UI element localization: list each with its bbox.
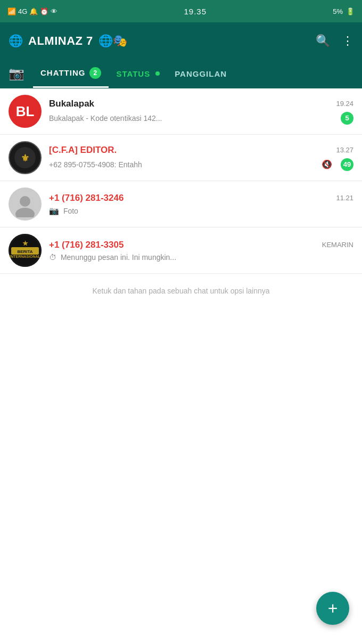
chat-content-phone1: +1 (716) 281-3246 11.21 📷 Foto (49, 193, 353, 216)
tab-panggilan-label: PANGGILAN (175, 69, 227, 78)
chat-content-phone2: +1 (716) 281-3305 KEMARIN ⏱ Menunggu pes… (49, 240, 353, 262)
chat-name-phone1: +1 (716) 281-3246 (49, 193, 124, 203)
waiting-preview-icon: ⏱ (49, 253, 56, 262)
mute-icon-cfa: 🔇 (322, 159, 332, 169)
camera-tab-icon[interactable]: 📷 (9, 66, 24, 81)
chat-preview-text-phone1: Foto (63, 207, 78, 215)
chat-list: BL Bukalapak 19.24 Bukalapak - Kode oten… (0, 88, 362, 274)
menu-button[interactable]: ⋮ (342, 34, 353, 48)
unread-badge-bukalapak: 5 (341, 112, 353, 125)
svg-text:BERITA: BERITA (17, 249, 32, 254)
avatar-phone2-image: BERITA INTERNASIONAL ★ (9, 234, 42, 267)
search-button[interactable]: 🔍 (316, 34, 330, 48)
chat-time-cfa: 13.27 (336, 146, 353, 154)
chat-name-cfa: [C.F.A] EDITOR. (49, 145, 117, 156)
avatar-initials-bukalapak: BL (16, 103, 35, 120)
svg-text:INTERNASIONAL: INTERNASIONAL (10, 255, 40, 258)
status-bar-left: 📶 4G 🔔 ⏰ 👁 (7, 7, 57, 15)
chat-time-bukalapak: 19.24 (336, 100, 353, 108)
status-bar: 📶 4G 🔔 ⏰ 👁 19.35 5% 🔋 (0, 0, 362, 22)
svg-text:★: ★ (22, 240, 28, 247)
chat-item-cfa[interactable]: ⚜ [C.F.A] EDITOR. 13.27 +62 895-0755-490… (0, 135, 362, 181)
svg-text:⚜: ⚜ (21, 153, 29, 164)
app-header: 🌐 ALMINAZ 7 🌐🎭 🔍 ⋮ (0, 22, 362, 60)
chat-name-bukalapak: Bukalapak (49, 99, 94, 109)
eye-icon: 👁 (51, 7, 57, 15)
cfa-preview-right: 🔇 49 (322, 158, 353, 171)
status-dot (155, 71, 160, 76)
tab-status-label: STATUS (116, 69, 150, 78)
deco-left: 🌐 (9, 34, 23, 48)
chat-preview-cfa: +62 895-0755-4908: Entahh (49, 160, 318, 169)
new-chat-fab[interactable]: + (316, 592, 349, 625)
chat-preview-row-phone2: ⏱ Menunggu pesan ini. Ini mungkin... (49, 253, 353, 262)
search-icon: 🔍 (316, 34, 330, 47)
chat-preview-phone2: ⏱ Menunggu pesan ini. Ini mungkin... (49, 253, 353, 262)
chat-header-bukalapak: Bukalapak 19.24 (49, 99, 353, 109)
chat-time-phone1: 11.21 (336, 194, 353, 202)
network-type: 4G (18, 7, 27, 15)
tab-chatting[interactable]: CHATTING 2 (33, 59, 109, 88)
tab-status[interactable]: STATUS (109, 59, 167, 88)
battery-icon: 🔋 (346, 7, 355, 15)
svg-point-4 (20, 196, 30, 207)
tab-chatting-label: CHATTING (40, 68, 85, 77)
avatar-phone1-image (12, 191, 38, 217)
tab-bar: 📷 CHATTING 2 STATUS PANGGILAN (0, 60, 362, 88)
chat-header-cfa: [C.F.A] EDITOR. 13.27 (49, 145, 353, 156)
fab-plus-icon: + (328, 599, 338, 618)
status-bar-time: 19.35 (184, 7, 207, 16)
header-actions: 🔍 ⋮ (316, 34, 353, 48)
chat-content-cfa: [C.F.A] EDITOR. 13.27 +62 895-0755-4908:… (49, 145, 353, 171)
chat-header-phone2: +1 (716) 281-3305 KEMARIN (49, 240, 353, 250)
camera-preview-icon: 📷 (49, 206, 59, 215)
chat-item-phone1[interactable]: +1 (716) 281-3246 11.21 📷 Foto (0, 181, 362, 227)
chat-preview-row-bukalapak: Bukalapak - Kode otentikasi 142... 5 (49, 112, 353, 125)
hint-text: Ketuk dan tahan pada sebuah chat untuk o… (0, 274, 362, 308)
deco-right: 🌐🎭 (98, 34, 127, 48)
chat-item-bukalapak[interactable]: BL Bukalapak 19.24 Bukalapak - Kode oten… (0, 88, 362, 135)
chat-preview-text-phone2: Menunggu pesan ini. Ini mungkin... (61, 253, 176, 262)
battery-text: 5% (333, 7, 343, 15)
status-bar-right: 5% 🔋 (333, 7, 355, 15)
tab-panggilan[interactable]: PANGGILAN (167, 59, 234, 88)
alarm-icon: ⏰ (40, 7, 48, 15)
chat-item-phone2[interactable]: BERITA INTERNASIONAL ★ +1 (716) 281-3305… (0, 227, 362, 274)
avatar-cfa-image: ⚜ (12, 144, 38, 171)
chat-preview-bukalapak: Bukalapak - Kode otentikasi 142... (49, 114, 336, 123)
chatting-badge: 2 (89, 67, 101, 79)
app-title: ALMINAZ 7 (28, 34, 93, 48)
more-vert-icon: ⋮ (342, 34, 353, 47)
unread-badge-cfa: 49 (341, 158, 353, 171)
avatar-bukalapak: BL (9, 95, 42, 128)
chat-header-phone1: +1 (716) 281-3246 11.21 (49, 193, 353, 203)
chat-preview-phone1: 📷 Foto (49, 206, 353, 216)
chat-time-phone2: KEMARIN (322, 241, 353, 249)
avatar-phone1 (9, 188, 42, 221)
chat-preview-row-cfa: +62 895-0755-4908: Entahh 🔇 49 (49, 158, 353, 171)
chat-name-phone2: +1 (716) 281-3305 (49, 240, 124, 250)
avatar-cfa: ⚜ (9, 141, 42, 174)
avatar-phone2: BERITA INTERNASIONAL ★ (9, 234, 42, 267)
app-title-area: 🌐 ALMINAZ 7 🌐🎭 (9, 34, 127, 48)
signal-icon: 📶 (7, 7, 16, 15)
chat-content-bukalapak: Bukalapak 19.24 Bukalapak - Kode otentik… (49, 99, 353, 125)
notification-icon: 🔔 (29, 7, 38, 15)
chat-preview-row-phone1: 📷 Foto (49, 206, 353, 216)
